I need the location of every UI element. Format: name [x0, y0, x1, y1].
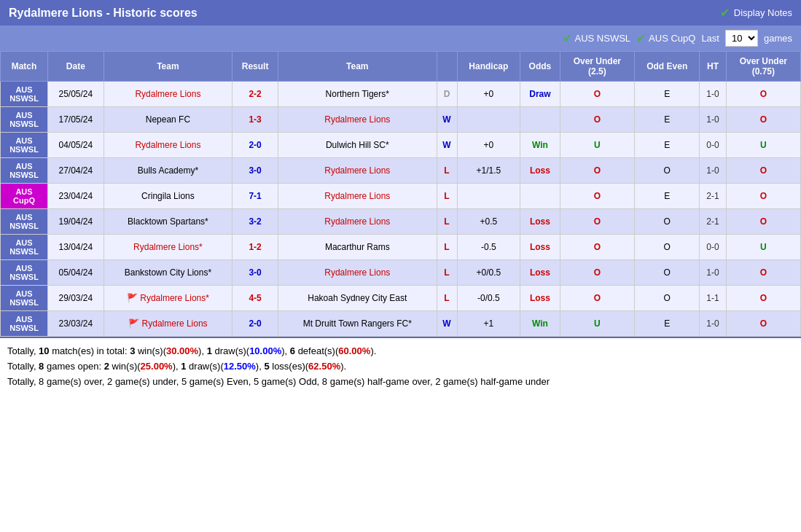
display-notes-label: Display Notes: [734, 7, 792, 18]
match-date: 29/03/24: [48, 286, 104, 311]
match-score: 3-0: [233, 158, 278, 184]
ou25-value: O: [560, 82, 634, 107]
match-badge: AUSNSWSL: [1, 107, 48, 133]
match-result: W: [437, 133, 457, 158]
ht-score: 2-1: [700, 209, 726, 235]
nswsl-check-icon: ✔: [563, 31, 572, 45]
odds-value: Loss: [520, 286, 560, 311]
col-result: Result: [233, 52, 278, 82]
ht-score: 1-0: [700, 82, 726, 107]
team1-name[interactable]: Blacktown Spartans*: [103, 209, 233, 235]
match-badge: AUSNSWSL: [1, 235, 48, 260]
ou075-value: O: [726, 209, 800, 235]
table-row: AUSNSWSL04/05/24Rydalmere Lions2-0Dulwic…: [1, 133, 801, 158]
summary-line1: Totally, 10 match(es) in total: 3 win(s)…: [7, 344, 794, 359]
team2-name[interactable]: Dulwich Hill SC*: [278, 133, 437, 158]
ou25-value: O: [560, 107, 634, 133]
header: Rydalmere Lions - Historic scores ✔ Disp…: [0, 0, 801, 26]
col-date: Date: [48, 52, 104, 82]
oe-value: E: [635, 82, 700, 107]
games-select[interactable]: 10 20 30: [725, 30, 758, 47]
match-date: 17/05/24: [48, 107, 104, 133]
match-result: W: [437, 107, 457, 133]
oe-value: O: [635, 286, 700, 311]
table-row: AUSCupQ23/04/24Cringila Lions7-1Rydalmer…: [1, 184, 801, 209]
aus-cupq-filter[interactable]: ✔ AUS CupQ: [636, 31, 695, 45]
team1-name[interactable]: 🚩 Rydalmere Lions: [103, 311, 233, 337]
odds-value: Loss: [520, 235, 560, 260]
match-score: 2-0: [233, 133, 278, 158]
handicap-value: +1/1.5: [457, 158, 520, 184]
ou075-value: O: [726, 107, 800, 133]
handicap-value: [457, 184, 520, 209]
team2-name[interactable]: Rydalmere Lions: [278, 184, 437, 209]
match-score: 7-1: [233, 184, 278, 209]
match-badge: AUSNSWSL: [1, 82, 48, 107]
team2-name[interactable]: Macarthur Rams: [278, 235, 437, 260]
team1-name[interactable]: Bulls Academy*: [103, 158, 233, 184]
ou25-value: O: [560, 235, 634, 260]
ou25-value: O: [560, 260, 634, 286]
match-score: 3-0: [233, 260, 278, 286]
match-result: L: [437, 286, 457, 311]
team2-name[interactable]: Rydalmere Lions: [278, 107, 437, 133]
last-label: Last: [701, 33, 719, 44]
match-badge: AUSNSWSL: [1, 311, 48, 337]
odds-value: [520, 184, 560, 209]
ou075-value: O: [726, 82, 800, 107]
games-label: games: [764, 33, 792, 44]
ou25-value: U: [560, 311, 634, 337]
team2-name[interactable]: Rydalmere Lions: [278, 260, 437, 286]
match-result: L: [437, 184, 457, 209]
filter-bar: ✔ AUS NSWSL ✔ AUS CupQ Last 10 20 30 gam…: [0, 26, 801, 51]
odds-value: Draw: [520, 82, 560, 107]
ou25-value: O: [560, 158, 634, 184]
team2-name[interactable]: Hakoah Sydney City East: [278, 286, 437, 311]
nswsl-label: AUS NSWSL: [575, 33, 631, 44]
col-team2: Team: [278, 52, 437, 82]
oe-value: E: [635, 184, 700, 209]
team1-name[interactable]: Rydalmere Lions: [103, 133, 233, 158]
handicap-value: +0: [457, 82, 520, 107]
team2-name[interactable]: Northern Tigers*: [278, 82, 437, 107]
match-date: 23/03/24: [48, 311, 104, 337]
match-badge: AUSNSWSL: [1, 133, 48, 158]
table-row: AUSNSWSL13/04/24Rydalmere Lions*1-2Macar…: [1, 235, 801, 260]
team1-name[interactable]: Rydalmere Lions: [103, 82, 233, 107]
oe-value: O: [635, 158, 700, 184]
match-score: 2-0: [233, 311, 278, 337]
col-team1: Team: [103, 52, 233, 82]
ou25-value: O: [560, 184, 634, 209]
header-right: ✔ Display Notes: [720, 6, 792, 20]
team1-name[interactable]: Cringila Lions: [103, 184, 233, 209]
team2-name[interactable]: Mt Druitt Town Rangers FC*: [278, 311, 437, 337]
ou25-value: U: [560, 133, 634, 158]
scores-table: Match Date Team Result Team Handicap Odd…: [0, 51, 801, 337]
odds-value: Win: [520, 311, 560, 337]
match-result: L: [437, 235, 457, 260]
team2-name[interactable]: Rydalmere Lions: [278, 209, 437, 235]
match-result: W: [437, 311, 457, 337]
summary-section: Totally, 10 match(es) in total: 3 win(s)…: [0, 337, 801, 395]
ou075-value: O: [726, 260, 800, 286]
oe-value: E: [635, 311, 700, 337]
match-result: L: [437, 209, 457, 235]
odds-value: [520, 107, 560, 133]
page-title: Rydalmere Lions - Historic scores: [9, 7, 198, 20]
ou075-value: O: [726, 158, 800, 184]
ht-score: 1-1: [700, 286, 726, 311]
aus-nswsl-filter[interactable]: ✔ AUS NSWSL: [563, 31, 631, 45]
match-result: D: [437, 82, 457, 107]
match-score: 4-5: [233, 286, 278, 311]
handicap-value: +0.5: [457, 209, 520, 235]
team1-name[interactable]: Nepean FC: [103, 107, 233, 133]
team1-name[interactable]: Rydalmere Lions*: [103, 235, 233, 260]
ht-score: 0-0: [700, 235, 726, 260]
team1-name[interactable]: 🚩 Rydalmere Lions*: [103, 286, 233, 311]
team1-name[interactable]: Bankstown City Lions*: [103, 260, 233, 286]
match-score: 1-3: [233, 107, 278, 133]
team2-name[interactable]: Rydalmere Lions: [278, 158, 437, 184]
match-result: L: [437, 260, 457, 286]
ou075-value: O: [726, 311, 800, 337]
handicap-value: -0/0.5: [457, 286, 520, 311]
